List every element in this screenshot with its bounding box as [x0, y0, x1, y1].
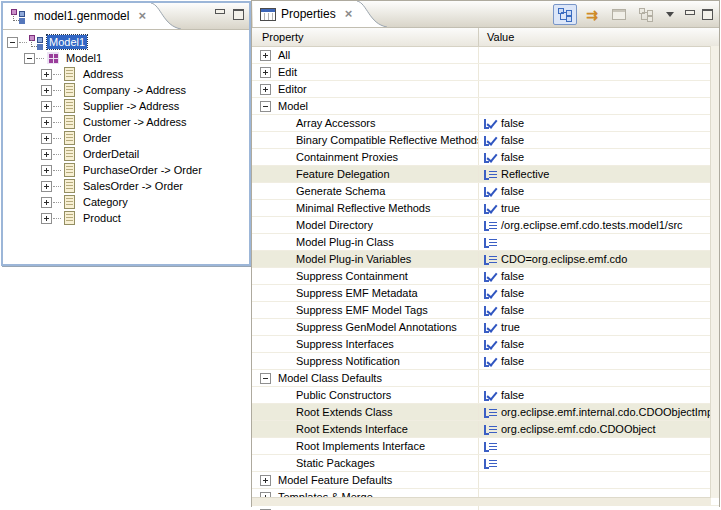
property-row[interactable]: Model [252, 98, 719, 115]
bool-value-icon [483, 185, 497, 198]
editor-tab-close-icon[interactable]: × [135, 10, 149, 22]
property-value[interactable]: false [501, 303, 524, 318]
property-value[interactable]: false [501, 269, 524, 284]
properties-minimize-button[interactable] [682, 8, 697, 22]
property-value[interactable]: /org.eclipse.emf.cdo.tests.model1/src [501, 218, 683, 233]
tree-item[interactable]: Company -> Address [3, 82, 249, 98]
property-value[interactable]: false [501, 184, 524, 199]
show-advanced-properties-button[interactable]: ⇉ [580, 4, 604, 25]
property-row[interactable]: Model Directory /org.eclipse.emf.cdo.tes… [252, 217, 719, 234]
view-menu-button[interactable] [661, 4, 679, 25]
tree-item[interactable]: PurchaseOrder -> Order [3, 162, 249, 178]
editor-minimize-button[interactable] [212, 7, 227, 21]
property-value[interactable]: false [501, 133, 524, 148]
tree-item[interactable]: OrderDetail [3, 146, 249, 162]
property-value[interactable]: false [501, 388, 524, 403]
property-value[interactable]: true [501, 201, 520, 216]
property-row[interactable]: Model Class Defaults [252, 370, 719, 387]
horizontal-scrollbar[interactable] [252, 497, 711, 506]
expand-toggle-icon[interactable] [260, 84, 271, 95]
column-header-property[interactable]: Property [252, 28, 479, 46]
property-row[interactable]: Editor [252, 81, 719, 98]
advanced-properties-icon: ⇉ [586, 8, 598, 22]
expand-toggle-icon[interactable] [41, 133, 52, 144]
property-row[interactable]: Containment Proxies false [252, 149, 719, 166]
expand-toggle-icon[interactable] [41, 197, 52, 208]
column-header-value[interactable]: Value [479, 28, 719, 46]
property-label: Suppress EMF Metadata [296, 286, 418, 301]
property-row[interactable]: Public Constructors false [252, 387, 719, 404]
tree-item[interactable]: Address [3, 66, 249, 82]
property-row[interactable]: Feature Delegation Reflective [252, 166, 719, 183]
expand-toggle-icon[interactable] [41, 149, 52, 160]
property-row[interactable]: Root Extends Interface org.eclipse.emf.c… [252, 421, 719, 438]
expand-toggle-icon[interactable] [24, 53, 35, 64]
property-row[interactable]: Suppress GenModel Annotations true [252, 319, 719, 336]
property-row[interactable]: All [252, 47, 719, 64]
property-row[interactable]: Model Feature Defaults [252, 472, 719, 489]
property-row[interactable]: Edit [252, 64, 719, 81]
editor-maximize-button[interactable] [231, 7, 246, 21]
tree-item[interactable]: Model1 [3, 50, 249, 66]
property-value[interactable]: false [501, 286, 524, 301]
property-value[interactable]: CDO=org.eclipse.emf.cdo [501, 252, 627, 267]
property-value[interactable]: org.eclipse.emf.internal.cdo.CDOObjectIm… [501, 405, 716, 420]
expand-toggle-icon[interactable] [41, 181, 52, 192]
expand-toggle-icon[interactable] [260, 373, 271, 384]
property-row[interactable]: Suppress Notification false [252, 353, 719, 370]
tree-item[interactable]: Order [3, 130, 249, 146]
tree-item-label: Model1 [64, 51, 104, 65]
tree-item[interactable]: Customer -> Address [3, 114, 249, 130]
tree-item-label: SalesOrder -> Order [81, 179, 185, 193]
expand-toggle-icon[interactable] [41, 165, 52, 176]
property-row[interactable]: Tests [252, 506, 719, 510]
tree-mode-button[interactable] [553, 4, 577, 25]
tree-item[interactable]: Category [3, 194, 249, 210]
expand-toggle-icon[interactable] [41, 117, 52, 128]
property-row[interactable]: Model Plug-in Variables CDO=org.eclipse.… [252, 251, 719, 268]
restore-default-value-button[interactable] [607, 4, 631, 25]
expand-toggle-icon[interactable] [260, 101, 271, 112]
genclass-icon [62, 194, 78, 210]
tree-item[interactable]: Product [3, 210, 249, 226]
show-categories-button[interactable] [634, 4, 658, 25]
expand-toggle-icon[interactable] [41, 85, 52, 96]
tree-item[interactable]: Supplier -> Address [3, 98, 249, 114]
expand-toggle-icon[interactable] [41, 213, 52, 224]
vertical-scrollbar[interactable] [710, 46, 719, 498]
property-value[interactable]: org.eclipse.emf.cdo.CDOObject [501, 422, 656, 437]
property-row[interactable]: Static Packages [252, 455, 719, 472]
tree-item-label: PurchaseOrder -> Order [81, 163, 204, 177]
property-row[interactable]: Model Plug-in Class [252, 234, 719, 251]
property-row[interactable]: Root Implements Interface [252, 438, 719, 455]
property-row[interactable]: Minimal Reflective Methods true [252, 200, 719, 217]
bool-value-icon [483, 117, 497, 130]
property-row[interactable]: Generate Schema false [252, 183, 719, 200]
property-row[interactable]: Binary Compatible Reflective Methods fal… [252, 132, 719, 149]
property-value[interactable]: false [501, 150, 524, 165]
property-row[interactable]: Suppress Interfaces false [252, 336, 719, 353]
property-value[interactable]: Reflective [501, 167, 549, 182]
tree-item[interactable]: Model1 [3, 34, 249, 50]
property-value[interactable]: false [501, 337, 524, 352]
expand-toggle-icon[interactable] [260, 50, 271, 61]
property-value[interactable]: false [501, 116, 524, 131]
property-row[interactable]: Suppress EMF Model Tags false [252, 302, 719, 319]
editor-tab-model1-genmodel[interactable]: model1.genmodel × [3, 3, 151, 29]
property-value[interactable]: true [501, 320, 520, 335]
property-row[interactable]: Suppress EMF Metadata false [252, 285, 719, 302]
expand-toggle-icon[interactable] [41, 101, 52, 112]
expand-toggle-icon[interactable] [260, 475, 271, 486]
property-label: Edit [278, 65, 297, 80]
property-row[interactable]: Suppress Containment false [252, 268, 719, 285]
properties-tab[interactable]: Properties × [253, 1, 357, 27]
property-value[interactable]: false [501, 354, 524, 369]
expand-toggle-icon[interactable] [41, 69, 52, 80]
properties-tab-close-icon[interactable]: × [342, 8, 356, 20]
properties-maximize-button[interactable] [700, 8, 715, 22]
expand-toggle-icon[interactable] [260, 67, 271, 78]
tree-item[interactable]: SalesOrder -> Order [3, 178, 249, 194]
property-row[interactable]: Array Accessors false [252, 115, 719, 132]
property-row[interactable]: Root Extends Class org.eclipse.emf.inter… [252, 404, 719, 421]
expand-toggle-icon[interactable] [7, 37, 18, 48]
